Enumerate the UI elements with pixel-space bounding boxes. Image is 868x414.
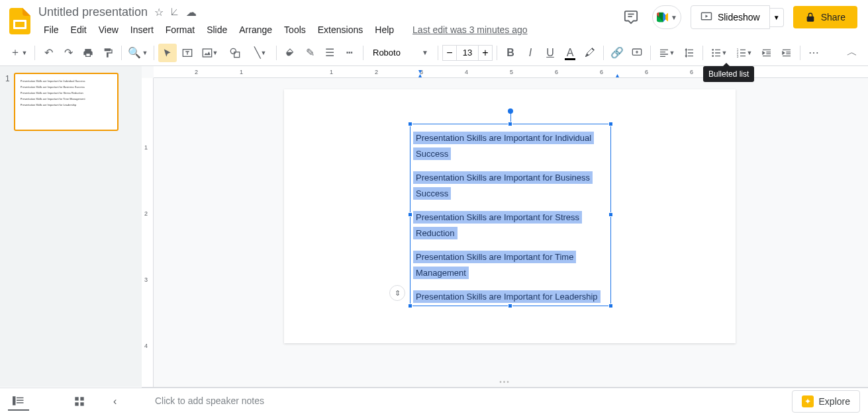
comments-icon[interactable] [619, 5, 643, 29]
resize-handle-w[interactable] [408, 212, 412, 217]
resize-handle-e[interactable] [608, 212, 613, 217]
redo-button[interactable]: ↷ [59, 44, 77, 62]
svg-rect-19 [80, 397, 83, 400]
svg-rect-15 [17, 397, 24, 398]
vertical-ruler[interactable]: 1 2 3 4 [142, 78, 154, 387]
undo-button[interactable]: ↶ [39, 44, 58, 62]
slides-logo[interactable] [7, 8, 33, 34]
font-size-input[interactable] [457, 45, 478, 61]
border-weight-button[interactable]: ☰ [320, 44, 339, 62]
svg-rect-21 [80, 402, 83, 405]
text-content[interactable]: Presentation Skills are Important for In… [410, 124, 610, 304]
fill-color-button[interactable] [281, 44, 299, 62]
tooltip: Bulleted list [703, 66, 754, 82]
explore-icon: ✦ [802, 395, 814, 407]
menu-help[interactable]: Help [369, 22, 399, 38]
filmstrip-view-button[interactable] [8, 392, 29, 411]
slide-canvas[interactable]: Presentation Skills are Important for In… [284, 89, 736, 343]
svg-rect-14 [13, 396, 16, 405]
star-icon[interactable]: ☆ [154, 6, 164, 19]
canvas-area: 2 1 1 2 3 4 5 6 6 6 6 ▾ ▴ ▴ 1 2 3 4 [142, 66, 868, 387]
drag-handle-icon[interactable]: ⇕ [389, 285, 405, 301]
print-button[interactable] [79, 44, 97, 62]
paint-format-button[interactable] [99, 44, 117, 62]
slide-thumbnail[interactable]: Presentation Skills are Important for In… [14, 73, 119, 131]
resize-handle-n[interactable] [508, 122, 512, 126]
svg-rect-17 [17, 402, 24, 403]
menu-file[interactable]: File [38, 22, 64, 38]
menu-edit[interactable]: Edit [66, 22, 92, 38]
menu-extensions[interactable]: Extensions [313, 22, 368, 38]
bold-button[interactable]: B [501, 44, 520, 62]
border-color-button[interactable]: ✎ [301, 44, 319, 62]
image-tool[interactable]: ▼ [198, 44, 222, 62]
textbox-tool[interactable] [178, 44, 197, 62]
menu-slide[interactable]: Slide [201, 22, 232, 38]
numbered-list-button[interactable]: 123 ▼ [732, 44, 756, 62]
move-icon[interactable]: ⟀ [171, 6, 178, 19]
resize-handle-sw[interactable] [408, 304, 412, 308]
align-button[interactable]: ▼ [655, 44, 679, 62]
menu-insert[interactable]: Insert [125, 22, 159, 38]
header: Untitled presentation ☆ ⟀ ☁ File Edit Vi… [0, 0, 868, 40]
svg-rect-1 [15, 22, 24, 27]
italic-button[interactable]: I [521, 44, 540, 62]
resize-handle-ne[interactable] [608, 122, 613, 126]
menu-tools[interactable]: Tools [279, 22, 311, 38]
more-button[interactable]: ⋯ [804, 44, 823, 62]
link-button[interactable]: 🔗 [608, 44, 626, 62]
svg-rect-18 [75, 397, 78, 400]
slide-panel: 1 Presentation Skills are Important for … [0, 66, 142, 387]
menu-view[interactable]: View [93, 22, 124, 38]
resize-handle-se[interactable] [608, 304, 613, 308]
share-button[interactable]: Share [793, 6, 857, 28]
document-title[interactable]: Untitled presentation [38, 5, 148, 19]
menu-bar: File Edit View Insert Format Slide Arran… [38, 22, 619, 38]
menu-arrange[interactable]: Arrange [234, 22, 277, 38]
highlight-button[interactable]: 🖍 [581, 44, 599, 62]
shape-tool[interactable] [223, 44, 247, 62]
meet-button[interactable]: ▼ [652, 5, 681, 29]
footer: ‹ ✦ Explore [0, 388, 868, 414]
title-area: Untitled presentation ☆ ⟀ ☁ File Edit Vi… [33, 5, 619, 38]
menu-format[interactable]: Format [160, 22, 200, 38]
cloud-icon[interactable]: ☁ [186, 6, 197, 19]
main-area: 1 Presentation Skills are Important for … [0, 66, 868, 387]
collapse-panel-button[interactable]: ‹ [113, 395, 117, 407]
new-slide-button[interactable]: ＋ ▼ [7, 44, 30, 62]
slideshow-button[interactable]: Slideshow [691, 5, 770, 29]
line-spacing-button[interactable] [680, 44, 699, 62]
slideshow-button-group: Slideshow ▼ [691, 5, 784, 29]
font-size-decrease[interactable]: − [442, 45, 457, 61]
font-family-select[interactable]: Roboto▼ [367, 44, 434, 62]
font-size-increase[interactable]: + [478, 45, 493, 61]
resize-handle-nw[interactable] [408, 122, 412, 126]
svg-rect-16 [17, 399, 24, 401]
border-dash-button[interactable]: ┅ [340, 44, 359, 62]
explore-button[interactable]: ✦ Explore [792, 390, 860, 413]
play-icon [700, 11, 712, 23]
select-tool[interactable] [158, 44, 177, 62]
bulleted-list-button[interactable]: ▼ [707, 44, 731, 62]
svg-text:3: 3 [736, 54, 738, 58]
grid-view-button[interactable] [69, 392, 90, 411]
svg-point-8 [712, 49, 714, 51]
lock-icon [805, 12, 816, 22]
collapse-toolbar-button[interactable]: ︿ [843, 44, 861, 62]
resize-handle-s[interactable] [508, 304, 512, 308]
comment-button[interactable] [628, 44, 646, 62]
notes-resize-handle[interactable]: ••• [499, 378, 510, 386]
underline-button[interactable]: U [541, 44, 559, 62]
indent-right-button[interactable] [777, 44, 796, 62]
last-edit-link[interactable]: Last edit was 3 minutes ago [407, 22, 533, 38]
selected-textbox[interactable]: Presentation Skills are Important for In… [410, 124, 611, 306]
text-color-button[interactable]: A [561, 44, 579, 62]
slide-number: 1 [5, 74, 10, 83]
svg-point-9 [712, 52, 714, 54]
zoom-button[interactable]: 🔍 ▼ [126, 44, 150, 62]
horizontal-ruler[interactable]: 2 1 1 2 3 4 5 6 6 6 6 ▾ ▴ ▴ [154, 66, 868, 78]
toolbar: ＋ ▼ ↶ ↷ 🔍 ▼ ▼ ╲ ▼ ✎ ☰ ┅ Roboto▼ − + B I … [0, 40, 868, 66]
slideshow-dropdown[interactable]: ▼ [770, 8, 784, 27]
indent-left-button[interactable] [757, 44, 776, 62]
line-tool[interactable]: ╲ ▼ [248, 44, 272, 62]
